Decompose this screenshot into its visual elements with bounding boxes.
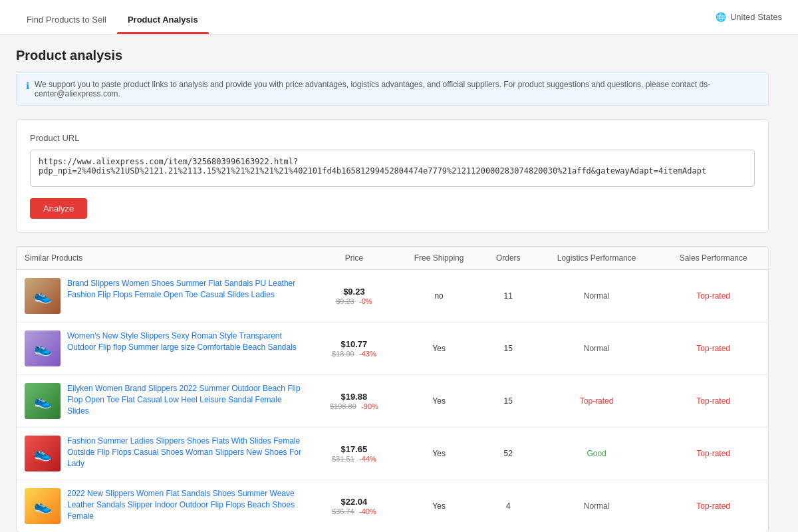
price-discount: -40% — [359, 507, 376, 515]
shoe-icon: 👟 — [34, 287, 52, 305]
table-row: 👟 Women's New Style Slippers Sexy Roman … — [17, 323, 768, 375]
tab-find-products[interactable]: Find Products to Sell — [16, 5, 117, 34]
price-original: $31.51 — [332, 455, 354, 463]
orders-cell: 11 — [482, 270, 535, 323]
product-thumbnail: 👟 — [25, 331, 61, 366]
price-cell: $19.88 $198.80 -90% — [312, 375, 396, 428]
product-name-link[interactable]: Women's New Style Slippers Sexy Roman St… — [67, 331, 304, 353]
price-discount: -90% — [361, 402, 378, 410]
price-current: $9.23 — [320, 287, 388, 297]
page-title: Product analysis — [16, 48, 769, 63]
price-original: $198.80 — [330, 402, 356, 410]
orders-cell: 4 — [482, 480, 535, 533]
info-banner: ℹ We support you to paste product links … — [16, 72, 769, 106]
free-shipping-cell: Yes — [396, 480, 482, 533]
price-current: $17.65 — [320, 444, 388, 454]
product-thumbnail: 👟 — [25, 383, 61, 419]
price-current: $19.88 — [320, 392, 388, 402]
price-cell: $22.04 $36.74 -40% — [312, 480, 396, 533]
logistics-badge: Normal — [584, 501, 610, 511]
product-name-link[interactable]: 2022 New Slippers Women Flat Sandals Sho… — [67, 488, 304, 521]
free-shipping-cell: no — [396, 270, 482, 323]
globe-icon: 🌐 — [716, 12, 726, 23]
price-discount: -44% — [359, 455, 376, 463]
shoe-icon: 👟 — [34, 340, 52, 357]
col-header-price: Price — [312, 247, 396, 270]
shoe-icon: 👟 — [34, 497, 52, 515]
logistics-badge: Normal — [584, 291, 610, 301]
orders-cell: 15 — [482, 375, 535, 428]
logistics-cell: Top-rated — [535, 375, 658, 428]
col-header-similar-products: Similar Products — [17, 247, 312, 270]
price-current: $10.77 — [320, 339, 388, 349]
price-cell: $17.65 $31.51 -44% — [312, 428, 396, 480]
locale-label: United States — [730, 12, 782, 22]
info-text: We support you to paste product links to… — [35, 80, 759, 98]
url-card: Product URL Analyze — [16, 119, 769, 233]
sales-badge: Top-rated — [696, 291, 730, 301]
logistics-cell: Normal — [535, 270, 658, 323]
price-discount: -43% — [359, 350, 376, 358]
product-name-link[interactable]: Eilyken Women Brand Slippers 2022 Summer… — [67, 383, 304, 416]
free-shipping-cell: Yes — [396, 428, 482, 480]
orders-cell: 15 — [482, 323, 535, 375]
logistics-badge: Good — [587, 449, 606, 458]
sales-cell: Top-rated — [658, 375, 768, 428]
sales-cell: Top-rated — [658, 428, 768, 480]
sales-badge: Top-rated — [696, 396, 730, 406]
free-shipping-cell: Yes — [396, 323, 482, 375]
product-cell: 👟 Eilyken Women Brand Slippers 2022 Summ… — [25, 383, 304, 419]
price-original: $9.23 — [336, 297, 354, 305]
top-nav: Find Products to Sell Product Analysis 🌐… — [0, 0, 798, 35]
col-header-orders: Orders — [482, 247, 535, 270]
price-original: $36.74 — [332, 507, 354, 515]
tab-product-analysis[interactable]: Product Analysis — [117, 5, 209, 34]
sales-badge: Top-rated — [696, 501, 730, 511]
logistics-badge: Normal — [584, 344, 610, 353]
table-row: 👟 2022 New Slippers Women Flat Sandals S… — [17, 480, 768, 533]
logistics-cell: Good — [535, 428, 658, 480]
col-header-logistics: Logistics Performance — [535, 247, 658, 270]
products-table-card: Similar Products Price Free Shipping Ord… — [16, 246, 769, 532]
sales-cell: Top-rated — [658, 270, 768, 323]
orders-cell: 52 — [482, 428, 535, 480]
price-original: $18.90 — [332, 350, 354, 358]
product-cell: 👟 2022 New Slippers Women Flat Sandals S… — [25, 488, 304, 524]
table-header-row: Similar Products Price Free Shipping Ord… — [17, 247, 768, 270]
product-cell: 👟 Brand Slippers Women Shoes Summer Flat… — [25, 278, 304, 314]
sales-badge: Top-rated — [696, 449, 730, 458]
logistics-badge: Top-rated — [580, 396, 614, 406]
product-name-link[interactable]: Brand Slippers Women Shoes Summer Flat S… — [67, 278, 304, 301]
shoe-icon: 👟 — [34, 392, 52, 410]
info-icon: ℹ — [26, 80, 29, 91]
product-name-link[interactable]: Fashion Summer Ladies Slippers Shoes Fla… — [67, 436, 304, 469]
analyze-button[interactable]: Analyze — [30, 198, 87, 219]
sales-badge: Top-rated — [696, 344, 730, 353]
url-input[interactable] — [30, 150, 755, 187]
url-label: Product URL — [30, 133, 755, 143]
col-header-sales: Sales Performance — [658, 247, 768, 270]
free-shipping-cell: Yes — [396, 375, 482, 428]
table-row: 👟 Brand Slippers Women Shoes Summer Flat… — [17, 270, 768, 323]
logistics-cell: Normal — [535, 323, 658, 375]
shoe-icon: 👟 — [34, 445, 52, 462]
locale-area[interactable]: 🌐 United States — [716, 12, 782, 23]
products-table: Similar Products Price Free Shipping Ord… — [17, 247, 768, 532]
col-header-free-shipping: Free Shipping — [396, 247, 482, 270]
product-thumbnail: 👟 — [25, 488, 61, 524]
table-row: 👟 Fashion Summer Ladies Slippers Shoes F… — [17, 428, 768, 480]
product-cell: 👟 Fashion Summer Ladies Slippers Shoes F… — [25, 436, 304, 471]
nav-tabs: Find Products to Sell Product Analysis — [16, 0, 209, 34]
main-content: Product analysis ℹ We support you to pas… — [0, 35, 785, 532]
table-row: 👟 Eilyken Women Brand Slippers 2022 Summ… — [17, 375, 768, 428]
price-cell: $10.77 $18.90 -43% — [312, 323, 396, 375]
price-discount: -0% — [359, 297, 372, 305]
sales-cell: Top-rated — [658, 480, 768, 533]
product-thumbnail: 👟 — [25, 278, 61, 314]
sales-cell: Top-rated — [658, 323, 768, 375]
price-cell: $9.23 $9.23 -0% — [312, 270, 396, 323]
product-cell: 👟 Women's New Style Slippers Sexy Roman … — [25, 331, 304, 366]
product-thumbnail: 👟 — [25, 436, 61, 471]
price-current: $22.04 — [320, 497, 388, 507]
logistics-cell: Normal — [535, 480, 658, 533]
